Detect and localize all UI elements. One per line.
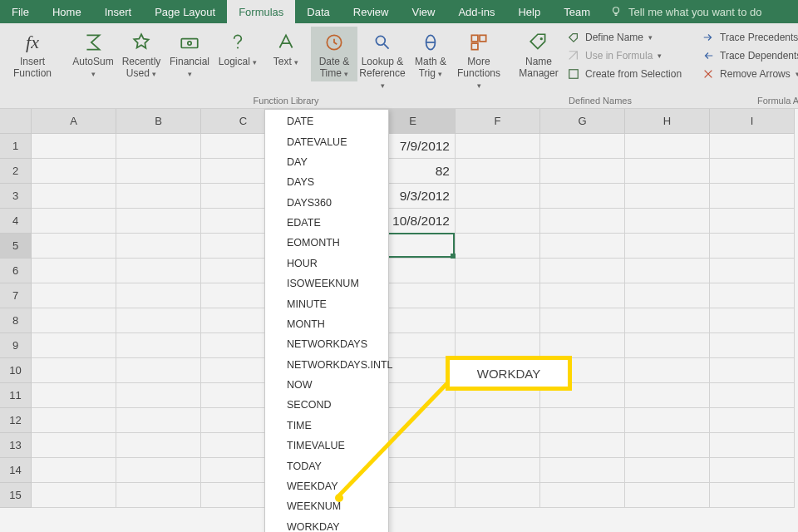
- tab-data[interactable]: Data: [295, 0, 341, 23]
- cell-F2[interactable]: [456, 159, 540, 184]
- row-head-7[interactable]: 7: [0, 283, 32, 308]
- define-name-button[interactable]: Define Name ▾: [564, 30, 685, 45]
- cell-G14[interactable]: [540, 458, 625, 483]
- row-head-1[interactable]: 1: [0, 134, 32, 159]
- cell-A1[interactable]: [32, 134, 116, 159]
- recently-used-button[interactable]: Recently Used ▾: [118, 27, 165, 81]
- cell-B7[interactable]: [116, 283, 201, 308]
- row-head-2[interactable]: 2: [0, 159, 32, 184]
- cell-I14[interactable]: [710, 458, 795, 483]
- date-menu-item-weeknum[interactable]: WEEKNUM: [265, 496, 388, 516]
- cell-B3[interactable]: [116, 184, 201, 209]
- cell-H13[interactable]: [625, 433, 710, 458]
- row-head-8[interactable]: 8: [0, 308, 32, 333]
- cell-I4[interactable]: [710, 209, 795, 234]
- math-trig-button[interactable]: Math & Trig ▾: [407, 27, 454, 81]
- cell-H8[interactable]: [625, 308, 710, 333]
- cell-A4[interactable]: [32, 209, 116, 234]
- cell-F4[interactable]: [456, 209, 540, 234]
- tab-page-layout[interactable]: Page Layout: [143, 0, 227, 23]
- cell-A13[interactable]: [32, 433, 116, 458]
- col-head-I[interactable]: I: [710, 109, 795, 134]
- date-time-dropdown[interactable]: DATEDATEVALUEDAYDAYSDAYS360EDATEEOMONTHH…: [264, 109, 389, 532]
- col-head-G[interactable]: G: [540, 109, 625, 134]
- insert-function-button[interactable]: fx Insert Function: [8, 27, 57, 81]
- cell-F14[interactable]: [456, 458, 540, 483]
- date-menu-item-month[interactable]: MONTH: [265, 314, 388, 334]
- cell-I1[interactable]: [710, 134, 795, 159]
- cell-B14[interactable]: [116, 458, 201, 483]
- row-head-11[interactable]: 11: [0, 383, 32, 408]
- date-menu-item-weekday[interactable]: WEEKDAY: [265, 476, 388, 496]
- tab-addins[interactable]: Add-ins: [446, 0, 506, 23]
- cell-A3[interactable]: [32, 184, 116, 209]
- date-menu-item-workday[interactable]: WORKDAY: [265, 517, 388, 533]
- date-menu-item-day[interactable]: DAY: [265, 152, 388, 172]
- cell-H14[interactable]: [625, 458, 710, 483]
- cell-H4[interactable]: [625, 209, 710, 234]
- spreadsheet-grid[interactable]: ABCDEFGHI17/9/20122Days:8239/3/2012410/8…: [0, 109, 798, 508]
- cell-F7[interactable]: [456, 283, 540, 308]
- date-menu-item-networkdays[interactable]: NETWORKDAYS: [265, 334, 388, 354]
- cell-B13[interactable]: [116, 433, 201, 458]
- cell-F8[interactable]: [456, 308, 540, 333]
- date-menu-item-isoweeknum[interactable]: ISOWEEKNUM: [265, 273, 388, 293]
- cell-G1[interactable]: [540, 134, 625, 159]
- cell-H6[interactable]: [625, 259, 710, 283]
- cell-I11[interactable]: [710, 383, 795, 408]
- tab-team[interactable]: Team: [552, 0, 602, 23]
- cell-G4[interactable]: [540, 209, 625, 234]
- cell-G3[interactable]: [540, 184, 625, 209]
- cell-B1[interactable]: [116, 134, 201, 159]
- row-head-3[interactable]: 3: [0, 184, 32, 209]
- row-head-6[interactable]: 6: [0, 259, 32, 283]
- cell-A11[interactable]: [32, 383, 116, 408]
- date-menu-item-hour[interactable]: HOUR: [265, 254, 388, 273]
- row-head-12[interactable]: 12: [0, 408, 32, 433]
- cell-G9[interactable]: [540, 333, 625, 358]
- cell-I3[interactable]: [710, 184, 795, 209]
- cell-F3[interactable]: [456, 184, 540, 209]
- date-menu-item-minute[interactable]: MINUTE: [265, 293, 388, 313]
- cell-B9[interactable]: [116, 333, 201, 358]
- select-all-corner[interactable]: [0, 109, 32, 134]
- tell-me[interactable]: Tell me what you want to do: [602, 0, 770, 23]
- col-head-F[interactable]: F: [456, 109, 540, 134]
- trace-precedents-button[interactable]: Trace Precedents: [698, 30, 798, 45]
- cell-B15[interactable]: [116, 483, 201, 508]
- row-head-10[interactable]: 10: [0, 358, 32, 383]
- cell-I8[interactable]: [710, 308, 795, 333]
- row-head-9[interactable]: 9: [0, 333, 32, 358]
- cell-B5[interactable]: [116, 234, 201, 259]
- cell-G13[interactable]: [540, 433, 625, 458]
- cell-H1[interactable]: [625, 134, 710, 159]
- trace-dependents-button[interactable]: Trace Dependents: [698, 48, 798, 63]
- date-menu-item-networkdays-intl[interactable]: NETWORKDAYS.INTL: [265, 355, 388, 375]
- tab-review[interactable]: Review: [342, 0, 401, 23]
- cell-F5[interactable]: [456, 234, 540, 259]
- cell-H11[interactable]: [625, 383, 710, 408]
- cell-I7[interactable]: [710, 283, 795, 308]
- cell-G2[interactable]: [540, 159, 625, 184]
- cell-A5[interactable]: [32, 234, 116, 259]
- cell-F9[interactable]: [456, 333, 540, 358]
- cell-G7[interactable]: [540, 283, 625, 308]
- date-menu-item-datevalue[interactable]: DATEVALUE: [265, 131, 388, 151]
- cell-F12[interactable]: [456, 408, 540, 433]
- cell-H12[interactable]: [625, 408, 710, 433]
- row-head-5[interactable]: 5: [0, 234, 32, 259]
- cell-H3[interactable]: [625, 184, 710, 209]
- col-head-H[interactable]: H: [625, 109, 710, 134]
- date-time-button[interactable]: Date & Time ▾: [311, 27, 357, 81]
- date-menu-item-second[interactable]: SECOND: [265, 395, 388, 415]
- cell-I13[interactable]: [710, 433, 795, 458]
- cell-B10[interactable]: [116, 358, 201, 383]
- cell-F1[interactable]: [456, 134, 540, 159]
- date-menu-item-timevalue[interactable]: TIMEVALUE: [265, 436, 388, 456]
- cell-B11[interactable]: [116, 383, 201, 408]
- create-from-selection-button[interactable]: Create from Selection: [564, 66, 685, 81]
- lookup-reference-button[interactable]: Lookup & Reference ▾: [359, 27, 406, 92]
- cell-A12[interactable]: [32, 408, 116, 433]
- cell-I5[interactable]: [710, 234, 795, 259]
- cell-I6[interactable]: [710, 259, 795, 283]
